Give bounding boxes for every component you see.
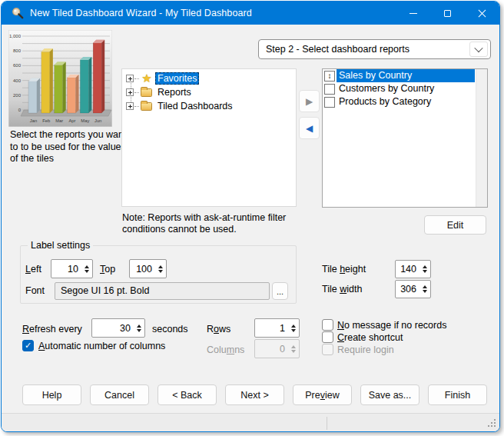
spin-down-icon[interactable] [137, 329, 141, 332]
create-shortcut-label[interactable]: Create shortcut [337, 332, 403, 343]
svg-text:800: 800 [13, 48, 22, 53]
no-message-label[interactable]: No message if no records [337, 320, 446, 331]
titlebar[interactable]: New Tiled Dashboard Wizard - My Tiled Da… [2, 2, 499, 25]
spin-up-icon[interactable] [85, 265, 89, 268]
spin-up-icon[interactable] [423, 265, 427, 268]
reports-tree[interactable]: ★ Favorites Reports Tiled Dashboards [121, 68, 297, 207]
tree-item-label[interactable]: Favorites [155, 72, 199, 85]
close-button[interactable] [465, 2, 499, 25]
wizard-step-value: Step 2 - Select dashboard reports [259, 44, 469, 55]
left-spinner[interactable]: 10 [51, 259, 93, 278]
right-arrow-icon: ▶ [306, 96, 313, 107]
svg-text:Mar: Mar [55, 118, 63, 123]
edit-button[interactable]: Edit [424, 215, 486, 235]
list-item-label[interactable]: Products by Category [337, 95, 475, 108]
list-scrollbar[interactable] [476, 69, 487, 207]
tree-item-reports[interactable]: Reports [122, 85, 296, 99]
spin-up-icon[interactable] [423, 285, 427, 288]
tree-item-tiled-dashboards[interactable]: Tiled Dashboards [122, 99, 296, 113]
finish-button[interactable]: Finish [428, 384, 487, 405]
auto-columns-checkbox[interactable]: ✓ [22, 340, 34, 351]
tile-height-spinner[interactable]: 140 [395, 260, 431, 278]
cancel-button[interactable]: Cancel [90, 384, 149, 405]
resize-grip[interactable] [487, 419, 496, 428]
rows-spinner[interactable]: 1 [254, 318, 300, 338]
help-button[interactable]: Help [22, 384, 81, 405]
tree-item-label[interactable]: Reports [155, 86, 194, 98]
save-as-button[interactable]: Save as... [360, 384, 419, 405]
status-bar [2, 413, 499, 431]
intro-text: Select the reports you want to to be use… [10, 129, 128, 165]
svg-text:200: 200 [13, 93, 22, 98]
no-message-checkbox[interactable] [322, 319, 333, 331]
top-label: Top [100, 264, 115, 275]
svg-text:Jan: Jan [30, 118, 37, 123]
top-value[interactable]: 100 [130, 264, 154, 275]
require-login-label: Require login [337, 344, 394, 355]
list-item[interactable]: Customers by Country [323, 82, 475, 95]
expand-plus-icon[interactable] [126, 102, 134, 110]
minimize-icon [410, 13, 417, 14]
left-label: Left [25, 264, 41, 275]
tile-width-value[interactable]: 306 [396, 284, 419, 295]
spin-down-icon[interactable] [291, 329, 296, 332]
spin-down-icon[interactable] [85, 270, 89, 273]
svg-text:1,000: 1,000 [9, 34, 22, 38]
create-shortcut-checkbox[interactable] [322, 331, 333, 343]
list-item[interactable]: Products by Category [323, 95, 475, 108]
expand-plus-icon[interactable] [126, 75, 134, 82]
tile-height-value[interactable]: 140 [396, 264, 419, 275]
list-item[interactable]: ↕ Sales by Country [323, 69, 475, 82]
label-settings-group: Label settings Left 10 Top 100 Font Sego… [20, 245, 297, 304]
tile-width-label: Tile width [322, 284, 362, 295]
tile-width-spinner[interactable]: 306 [395, 280, 431, 298]
add-report-button[interactable]: ▶ [299, 90, 320, 112]
svg-text:May: May [81, 118, 89, 123]
spin-down-icon[interactable] [423, 290, 427, 293]
svg-text:Apr: Apr [68, 118, 75, 123]
font-field: Segoe UI 16 pt. Bold [55, 282, 270, 300]
remove-report-button[interactable]: ◀ [299, 117, 320, 139]
refresh-value[interactable]: 30 [92, 323, 133, 334]
list-item-label[interactable]: Sales by Country [337, 69, 475, 82]
back-button[interactable]: < Back [158, 384, 217, 405]
spin-down-icon[interactable] [158, 270, 163, 273]
spin-down-icon[interactable] [423, 270, 427, 273]
rows-value[interactable]: 1 [255, 323, 287, 334]
font-browse-button[interactable]: ... [272, 282, 288, 300]
wizard-step-select[interactable]: Step 2 - Select dashboard reports [258, 39, 491, 59]
font-label: Font [25, 285, 45, 296]
tree-item-favorites[interactable]: ★ Favorites [122, 72, 296, 85]
folder-icon [140, 101, 154, 111]
combo-dropdown-button[interactable] [469, 42, 488, 57]
svg-text:600: 600 [13, 63, 22, 68]
top-spinner[interactable]: 100 [129, 259, 167, 278]
auto-columns-label[interactable]: Automatic number of columns [38, 341, 165, 351]
svg-text:Feb: Feb [42, 118, 50, 123]
refresh-spinner[interactable]: 30 [91, 318, 145, 338]
seconds-label: seconds [152, 324, 188, 334]
list-item-label[interactable]: Customers by Country [337, 82, 475, 95]
spin-down-icon [291, 350, 296, 353]
spin-up-icon[interactable] [137, 325, 141, 328]
window-title: New Tiled Dashboard Wizard - My Tiled Da… [30, 8, 252, 18]
reorder-handle-icon[interactable] [324, 84, 335, 95]
group-title: Label settings [28, 240, 93, 251]
footer-button-bar: Help Cancel < Back Next > Preview Save a… [22, 384, 487, 405]
reorder-handle-icon[interactable] [324, 97, 335, 108]
folder-icon [140, 87, 154, 98]
preview-button[interactable]: Preview [293, 384, 352, 405]
svg-text:400: 400 [13, 78, 22, 83]
selected-reports-list[interactable]: ↕ Sales by Country Customers by Country … [322, 68, 488, 208]
columns-label: Columns [207, 344, 244, 355]
next-button[interactable]: Next > [225, 384, 284, 405]
left-value[interactable]: 10 [51, 264, 81, 275]
maximize-button[interactable] [430, 2, 465, 25]
tree-item-label[interactable]: Tiled Dashboards [155, 100, 235, 112]
spin-up-icon[interactable] [158, 265, 163, 268]
spin-up-icon[interactable] [291, 325, 296, 328]
minimize-button[interactable] [396, 2, 430, 25]
refresh-label: Refresh every [22, 324, 82, 334]
reorder-handle-icon[interactable]: ↕ [324, 71, 335, 82]
expand-plus-icon[interactable] [126, 88, 134, 96]
